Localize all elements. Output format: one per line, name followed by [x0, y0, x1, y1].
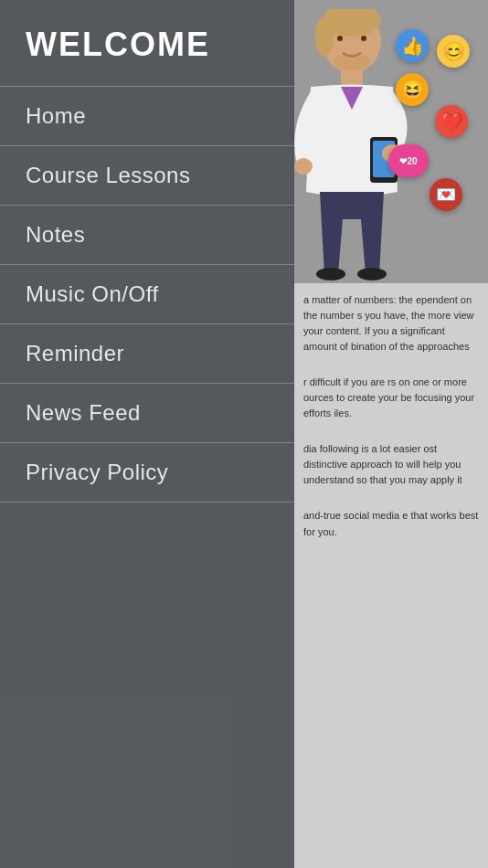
sidebar-item-privacy-policy[interactable]: Privacy Policy: [0, 442, 294, 503]
paragraph-4: and-true social media e that works best …: [303, 508, 479, 539]
content-area: a matter of numbers: the ependent on the…: [294, 283, 488, 868]
sidebar-nav: Home Course Lessons Notes Music On/Off R…: [0, 86, 294, 503]
emoji-laughing: 😆: [396, 73, 429, 106]
svg-point-2: [315, 16, 334, 57]
social-icons-container: 😊 😆 👍 ❤️ ❤20 💌: [360, 18, 479, 201]
sidebar-title: WELCOME: [0, 0, 294, 86]
svg-point-7: [294, 158, 313, 175]
sidebar-item-notes[interactable]: Notes: [0, 205, 294, 264]
sidebar-item-home[interactable]: Home: [0, 86, 294, 145]
emoji-smiley: 😊: [437, 35, 470, 68]
paragraph-3: dia following is a lot easier ost distin…: [303, 441, 479, 488]
svg-point-9: [357, 268, 387, 281]
sidebar-item-course-lessons[interactable]: Course Lessons: [0, 145, 294, 205]
emoji-heart1: ❤️: [435, 105, 468, 138]
sidebar-item-music-on-off[interactable]: Music On/Off: [0, 264, 294, 323]
sidebar-item-news-feed[interactable]: News Feed: [0, 383, 294, 442]
sidebar-item-reminder[interactable]: Reminder: [0, 323, 294, 383]
svg-point-8: [316, 268, 345, 281]
paragraph-2: r difficult if you are rs on one or more…: [303, 375, 479, 421]
paragraph-1: a matter of numbers: the ependent on the…: [303, 292, 479, 355]
emoji-message: 💌: [430, 178, 462, 211]
hero-image: 😊 😆 👍 ❤️ ❤20 💌: [292, 0, 488, 283]
svg-point-10: [337, 36, 343, 41]
emoji-heart2: ❤20: [388, 144, 429, 177]
sidebar: WELCOME Home Course Lessons Notes Music …: [0, 0, 294, 868]
emoji-like: 👍: [396, 29, 429, 62]
